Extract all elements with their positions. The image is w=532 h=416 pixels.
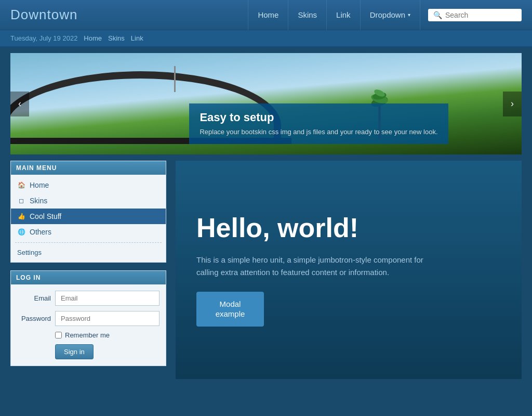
main-content: MAIN MENU 🏠 Home ◻ Skins 👍 Cool Stuff 🌐 … — [10, 161, 522, 379]
breadcrumb-bar: Tuesday, July 19 2022 Home Skins Link — [0, 30, 532, 47]
password-input[interactable] — [55, 311, 159, 326]
remember-row: Remember me — [17, 331, 159, 339]
sidebar-menu: 🏠 Home ◻ Skins 👍 Cool Stuff 🌐 Others Set… — [11, 175, 166, 262]
skins-icon: ◻ — [17, 197, 25, 205]
settings-link[interactable]: Settings — [11, 245, 166, 259]
main-menu-header: MAIN MENU — [11, 161, 166, 175]
carousel: Easy to setup Replace your bootskin css … — [10, 53, 522, 154]
login-header: LOG IN — [11, 271, 166, 284]
search-box: 🔍 — [428, 9, 522, 21]
carousel-title: Easy to setup — [200, 111, 437, 124]
main-menu-panel: MAIN MENU 🏠 Home ◻ Skins 👍 Cool Stuff 🌐 … — [10, 161, 166, 263]
email-row: Email — [17, 291, 159, 306]
nav-dropdown[interactable]: Dropdown ▾ — [361, 0, 420, 30]
password-label: Password — [17, 315, 51, 322]
sidebar: MAIN MENU 🏠 Home ◻ Skins 👍 Cool Stuff 🌐 … — [10, 161, 166, 379]
breadcrumb-date: Tuesday, July 19 2022 — [10, 34, 77, 42]
hero-unit: Hello, world! This is a simple hero unit… — [176, 161, 522, 379]
carousel-caption: Easy to setup Replace your bootskin css … — [189, 103, 448, 144]
breadcrumb-link[interactable]: Link — [131, 34, 143, 42]
menu-item-home-label: Home — [30, 181, 49, 189]
coolstuff-icon: 👍 — [17, 212, 25, 220]
home-icon: 🏠 — [17, 181, 25, 189]
menu-item-others-label: Others — [30, 228, 51, 236]
dropdown-arrow-icon: ▾ — [408, 12, 410, 18]
search-input[interactable] — [445, 11, 516, 19]
menu-item-home[interactable]: 🏠 Home — [11, 177, 166, 193]
login-panel: LOG IN Email Password Remember me Sign i… — [10, 270, 166, 366]
hero-title: Hello, world! — [196, 213, 501, 243]
nav-links: Home Skins Link Dropdown ▾ 🔍 — [248, 0, 522, 30]
menu-item-coolstuff[interactable]: 👍 Cool Stuff — [11, 209, 166, 224]
menu-item-coolstuff-label: Cool Stuff — [30, 212, 61, 220]
carousel-next-button[interactable]: › — [503, 92, 522, 116]
remember-label: Remember me — [65, 331, 110, 339]
navbar: Downtown Home Skins Link Dropdown ▾ 🔍 — [0, 0, 532, 30]
nav-link[interactable]: Link — [327, 0, 361, 30]
menu-divider — [15, 242, 162, 243]
breadcrumb-home[interactable]: Home — [84, 34, 102, 42]
menu-item-skins[interactable]: ◻ Skins — [11, 193, 166, 209]
others-icon: 🌐 — [17, 228, 25, 236]
menu-item-skins-label: Skins — [30, 197, 47, 205]
carousel-prev-button[interactable]: ‹ — [10, 92, 29, 116]
modal-example-button[interactable]: Modalexample — [196, 292, 264, 327]
hero-text: This is a simple hero unit, a simple jum… — [196, 254, 446, 279]
menu-item-others[interactable]: 🌐 Others — [11, 224, 166, 240]
remember-checkbox[interactable] — [55, 332, 62, 339]
brand-logo[interactable]: Downtown — [10, 7, 77, 23]
signin-button[interactable]: Sign in — [55, 344, 94, 359]
nav-skins[interactable]: Skins — [288, 0, 327, 30]
password-row: Password — [17, 311, 159, 326]
nav-home[interactable]: Home — [248, 0, 288, 30]
carousel-text: Replace your bootskin css img and js fil… — [200, 127, 437, 137]
dropdown-label: Dropdown — [370, 10, 405, 19]
login-form: Email Password Remember me Sign in — [11, 284, 166, 366]
search-icon: 🔍 — [433, 11, 442, 19]
email-input[interactable] — [55, 291, 159, 306]
flag-pole — [174, 66, 176, 92]
hero-btn-label: Modalexample — [216, 300, 245, 319]
breadcrumb-skins[interactable]: Skins — [108, 34, 125, 42]
email-label: Email — [17, 294, 51, 302]
